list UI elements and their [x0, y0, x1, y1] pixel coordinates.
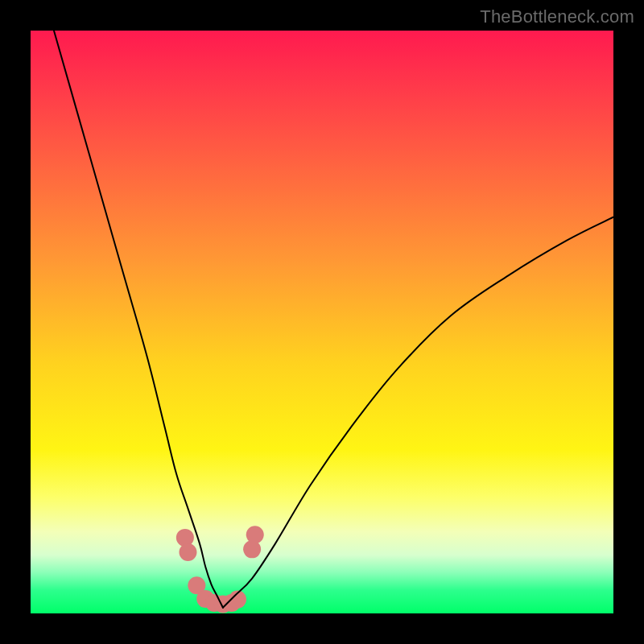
plot-area — [31, 31, 613, 613]
marker-layer — [176, 526, 264, 613]
curve-right-arm — [223, 217, 613, 608]
curve-layer — [54, 31, 613, 608]
data-marker — [246, 526, 264, 543]
watermark-text: TheBottleneck.com — [480, 6, 634, 27]
chart-svg — [31, 31, 613, 613]
curve-left-arm — [54, 31, 223, 608]
chart-frame: TheBottleneck.com — [0, 0, 644, 644]
data-marker — [176, 529, 194, 547]
data-marker — [243, 540, 261, 558]
data-marker — [179, 543, 196, 561]
